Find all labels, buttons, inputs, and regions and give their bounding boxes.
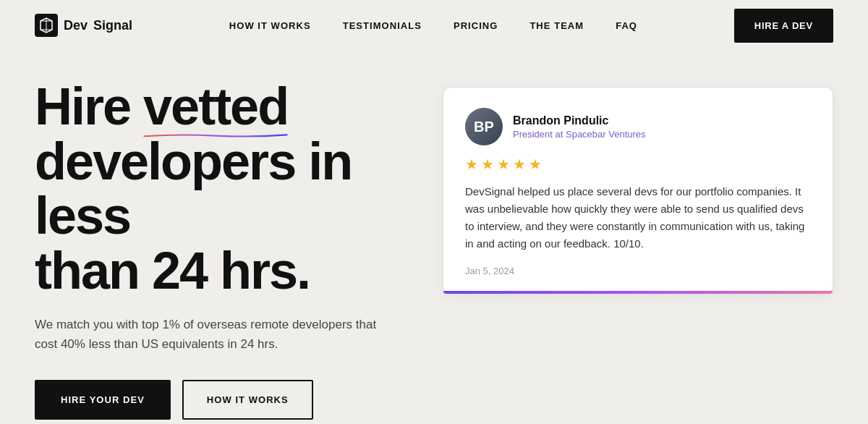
hire-a-dev-button[interactable]: HIRE A DEV	[734, 9, 833, 43]
hero-title-line2: developers in less	[35, 132, 352, 245]
logo-icon	[35, 14, 58, 37]
nav-links: HOW IT WORKS TESTIMONIALS PRICING THE TE…	[229, 19, 637, 32]
cta-buttons: HIRE YOUR DEV HOW IT WORKS	[35, 380, 414, 420]
how-it-works-button[interactable]: HOW IT WORKS	[182, 380, 313, 420]
main-content: Hire vetted developers in less than 24 h…	[0, 51, 868, 420]
testimonial-text: DevSignal helped us place several devs f…	[465, 183, 811, 253]
author-info: Brandon Pindulic President at Spacebar V…	[513, 114, 811, 140]
hero-title-hire: Hire	[35, 77, 143, 135]
logo-signal: Signal	[93, 18, 132, 33]
star-rating: ★ ★ ★ ★ ★	[465, 156, 811, 173]
vetted-underline-svg	[143, 133, 288, 137]
hero-left-column: Hire vetted developers in less than 24 h…	[35, 80, 414, 420]
star-4: ★	[513, 156, 526, 173]
nav-pricing[interactable]: PRICING	[454, 20, 498, 31]
nav-the-team[interactable]: THE TEAM	[529, 20, 584, 31]
star-2: ★	[481, 156, 494, 173]
nav-testimonials[interactable]: TESTIMONIALS	[343, 20, 422, 31]
star-1: ★	[465, 156, 478, 173]
navigation: DevSignal HOW IT WORKS TESTIMONIALS PRIC…	[0, 0, 868, 51]
avatar-image: BP	[465, 108, 503, 145]
hero-title-vetted: vetted	[143, 80, 288, 135]
avatar: BP	[465, 108, 503, 145]
testimonial-column: BP Brandon Pindulic President at Spaceba…	[443, 80, 833, 294]
logo[interactable]: DevSignal	[35, 14, 132, 37]
hero-title: Hire vetted developers in less than 24 h…	[35, 80, 414, 298]
star-5: ★	[529, 156, 542, 173]
author-title: President at Spacebar Ventures	[513, 129, 811, 140]
hero-subtitle: We match you with top 1% of overseas rem…	[35, 315, 396, 354]
star-3: ★	[497, 156, 510, 173]
logo-dev: Dev	[64, 18, 88, 33]
nav-faq[interactable]: FAQ	[616, 20, 637, 31]
testimonial-card: BP Brandon Pindulic President at Spaceba…	[443, 87, 833, 294]
testimonial-date: Jan 5, 2024	[465, 266, 811, 276]
author-name: Brandon Pindulic	[513, 114, 811, 127]
hero-title-line3: than 24 hrs.	[35, 242, 310, 300]
nav-how-it-works[interactable]: HOW IT WORKS	[229, 20, 311, 31]
testimonial-header: BP Brandon Pindulic President at Spaceba…	[465, 108, 811, 145]
hire-your-dev-button[interactable]: HIRE YOUR DEV	[35, 380, 171, 420]
